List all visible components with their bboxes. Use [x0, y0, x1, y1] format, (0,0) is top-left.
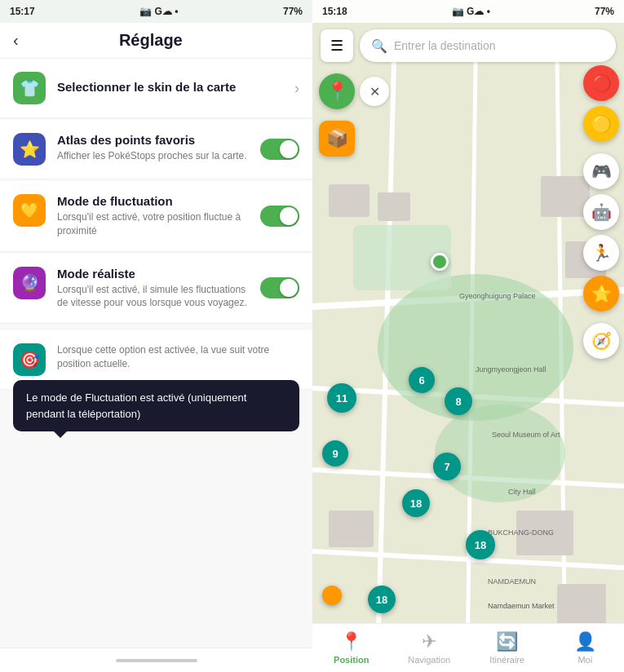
status-icons-right: 📷 G☁ •: [452, 6, 490, 17]
bottom-bar-left: [0, 648, 312, 672]
close-nav-button[interactable]: ✕: [360, 77, 389, 106]
svg-point-9: [435, 405, 565, 502]
suivi-desc: Lorsque cette option est activée, la vue…: [57, 343, 299, 371]
marker-orange: [322, 586, 342, 605]
realiste-desc: Lorsqu'il est activé, il simule les fluc…: [57, 283, 249, 311]
tooltip-box: Le mode de Fluctuation est activé (uniqu…: [13, 380, 299, 431]
settings-panel: 15:17 📷 G☁ • 77% ‹ Réglage 👕 Selectionne…: [0, 0, 312, 672]
fluctuation-icon: 💛: [13, 194, 46, 227]
position-icon: 📍: [340, 631, 362, 652]
person-button[interactable]: 🤖: [583, 194, 619, 230]
nav-item-position[interactable]: 📍 Position: [312, 631, 391, 665]
marker-6: 6: [409, 367, 435, 393]
svg-rect-13: [541, 176, 590, 217]
nav-item-navigation[interactable]: ✈ Navigation: [391, 631, 469, 665]
fluctuation-title: Mode de fluctuation: [57, 194, 249, 208]
map-top-bar: ☰ 🔍 Entrer la destination: [312, 23, 624, 69]
fluctuation-desc: Lorsqu'il est activé, votre position flu…: [57, 210, 249, 238]
svg-text:City Hall: City Hall: [508, 488, 536, 496]
skin-chevron: ›: [294, 80, 299, 97]
suivi-icon: 🎯: [13, 343, 46, 376]
menu-button[interactable]: ☰: [321, 29, 353, 62]
skin-title: Selectionner le skin de la carte: [57, 80, 283, 94]
settings-item-skin[interactable]: 👕 Selectionner le skin de la carte ›: [0, 59, 312, 118]
home-indicator: [116, 659, 197, 662]
svg-text:Gyeonghuigung Palace: Gyeonghuigung Palace: [459, 292, 536, 300]
search-bar[interactable]: 🔍 Entrer la destination: [360, 29, 616, 62]
realiste-title: Mode réaliste: [57, 267, 249, 281]
moi-icon: 👤: [574, 631, 596, 652]
marker-9: 9: [322, 440, 348, 466]
compass-button[interactable]: 🧭: [583, 323, 619, 359]
search-placeholder: Entrer la destination: [394, 39, 496, 52]
marker-18a: 18: [402, 489, 430, 517]
position-label: Position: [334, 655, 369, 665]
atlas-desc: Afficher les PokéStops proches sur la ca…: [57, 149, 249, 163]
gamepad-button[interactable]: 🎮: [583, 153, 619, 189]
status-bar-left: 15:17 📷 G☁ • 77%: [0, 0, 312, 23]
teleport-button[interactable]: 📦: [319, 121, 355, 157]
realiste-toggle-track: [260, 277, 299, 298]
settings-title: Réglage: [27, 31, 275, 50]
atlas-toggle-thumb: [280, 140, 298, 158]
time-right: 15:18: [322, 6, 347, 17]
status-bar-right: 15:18 📷 G☁ • 77%: [312, 0, 624, 23]
settings-item-fluctuation: 💛 Mode de fluctuation Lorsqu'il est acti…: [0, 181, 312, 252]
yellow-button[interactable]: 🟡: [583, 106, 619, 142]
map-float-right: 🔴 🟡 🎮 🤖 🏃 ⭐ 🧭: [583, 65, 619, 359]
atlas-toggle[interactable]: [260, 139, 299, 160]
status-icons-left: 📷 G☁ •: [139, 6, 178, 17]
svg-text:Namdaemun Market: Namdaemun Market: [488, 602, 555, 610]
realiste-icon: 🔮: [13, 267, 46, 299]
svg-text:NAMDAEMUN: NAMDAEMUN: [488, 577, 536, 586]
atlas-title: Atlas des points favoris: [57, 133, 249, 147]
marker-18c: 18: [368, 586, 396, 613]
map-float-left: 📍 ✕ 📦: [319, 73, 389, 157]
run-button[interactable]: 🏃: [583, 235, 619, 271]
settings-header: ‹ Réglage: [0, 23, 312, 59]
svg-rect-11: [329, 184, 370, 217]
back-button[interactable]: ‹: [13, 31, 19, 50]
fluctuation-content: Mode de fluctuation Lorsqu'il est activé…: [57, 194, 249, 238]
nav-item-moi[interactable]: 👤 Moi: [547, 631, 625, 665]
realiste-toggle-thumb: [280, 279, 298, 297]
navigate-button[interactable]: 📍: [319, 73, 355, 109]
time-left: 15:17: [10, 6, 35, 17]
settings-list: 👕 Selectionner le skin de la carte › ⭐ A…: [0, 59, 312, 672]
realiste-toggle[interactable]: [260, 277, 299, 298]
navigation-icon: ✈: [422, 631, 436, 652]
fluctuation-toggle-track: [260, 206, 299, 227]
nav-item-itineraire[interactable]: 🔄 Itinéraire: [468, 631, 547, 665]
star-button[interactable]: ⭐: [583, 276, 619, 312]
atlas-content: Atlas des points favoris Afficher les Po…: [57, 133, 249, 163]
search-icon: 🔍: [371, 38, 387, 54]
fluctuation-toggle-thumb: [280, 207, 298, 225]
moi-label: Moi: [578, 655, 592, 665]
itineraire-icon: 🔄: [496, 631, 518, 652]
player-position: [431, 253, 449, 271]
settings-item-realiste: 🔮 Mode réaliste Lorsqu'il est activé, il…: [0, 254, 312, 325]
marker-18b: 18: [466, 530, 495, 559]
atlas-icon: ⭐: [13, 133, 46, 166]
battery-right: 77%: [595, 6, 614, 17]
skin-icon: 👕: [13, 72, 46, 104]
suivi-content: Lorsque cette option est activée, la vue…: [57, 343, 299, 371]
realiste-content: Mode réaliste Lorsqu'il est activé, il s…: [57, 267, 249, 311]
marker-8: 8: [445, 387, 472, 415]
tooltip-text: Le mode de Fluctuation est activé (uniqu…: [26, 391, 246, 420]
bottom-nav: 📍 Position ✈ Navigation 🔄 Itinéraire 👤 M…: [312, 623, 624, 672]
battery-left: 77%: [283, 6, 303, 17]
svg-text:BUKCHANG-DONG: BUKCHANG-DONG: [488, 528, 554, 537]
map-panel: 15:18 📷 G☁ • 77% ☰ 🔍 Entrer la destinati…: [312, 0, 624, 672]
svg-rect-17: [557, 584, 606, 625]
svg-text:Seoul Museum of Art: Seoul Museum of Art: [492, 431, 560, 439]
red-button[interactable]: 🔴: [583, 65, 619, 101]
navigation-label: Navigation: [408, 655, 450, 665]
settings-item-atlas: ⭐ Atlas des points favoris Afficher les …: [0, 120, 312, 179]
marker-7: 7: [433, 453, 461, 480]
svg-rect-15: [329, 511, 374, 547]
skin-content: Selectionner le skin de la carte: [57, 80, 283, 96]
atlas-toggle-track: [260, 139, 299, 160]
fluctuation-toggle[interactable]: [260, 206, 299, 227]
itineraire-label: Itinéraire: [489, 655, 524, 665]
